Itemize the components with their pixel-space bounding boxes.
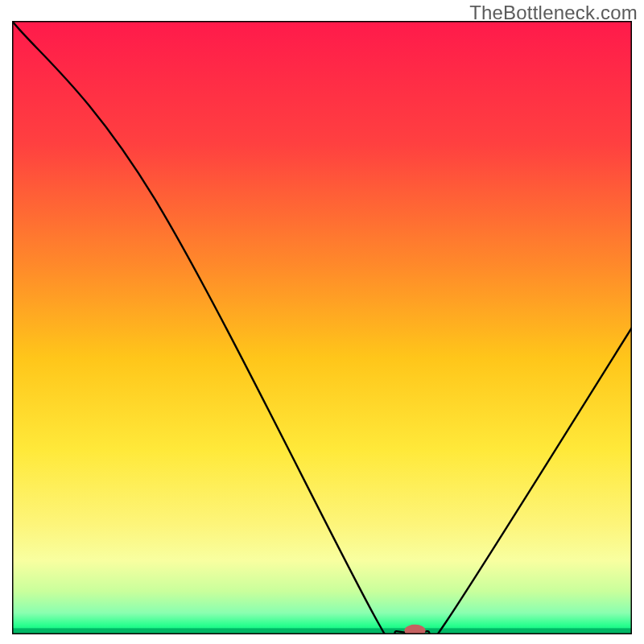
bottleneck-chart bbox=[12, 21, 632, 634]
plot-area bbox=[12, 21, 632, 634]
gradient-background bbox=[12, 21, 632, 634]
chart-frame: TheBottleneck.com bbox=[0, 0, 644, 644]
watermark-label: TheBottleneck.com bbox=[469, 2, 638, 24]
